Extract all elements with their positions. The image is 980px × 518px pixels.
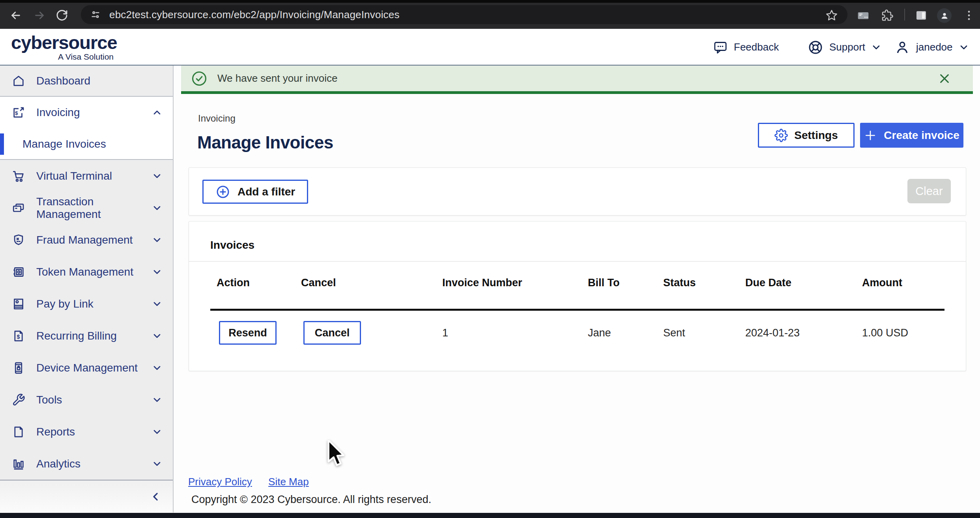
app-header: cybersource A Visa Solution Feedback Sup…: [0, 29, 980, 66]
chevron-down-icon: [958, 42, 969, 53]
user-menu[interactable]: janedoe: [894, 29, 969, 66]
copyright-text: Copyright © 2023 Cybersource. All rights…: [191, 494, 431, 506]
column-header-status: Status: [663, 277, 745, 289]
privacy-policy-link[interactable]: Privacy Policy: [188, 476, 252, 488]
invoices-table-header: Action Cancel Invoice Number Bill To Sta…: [210, 277, 944, 311]
cart-icon: [12, 169, 25, 183]
sidebar-item-virtual-terminal[interactable]: Virtual Terminal: [0, 160, 173, 192]
breadcrumb: Invoicing: [198, 113, 236, 124]
user-icon: [894, 39, 911, 56]
bill-to-cell: Jane: [588, 327, 663, 339]
browser-menu-kebab-icon[interactable]: [963, 9, 975, 22]
plus-icon: [864, 129, 877, 142]
screen: ebc2test.cybersource.com/ebc2/app/Invoic…: [0, 0, 980, 518]
support-menu[interactable]: Support: [807, 29, 882, 66]
column-header-due-date: Due Date: [745, 277, 862, 289]
banner-message: We have sent your invoice: [217, 72, 337, 84]
sidebar-item-transaction-management[interactable]: Transaction Management: [0, 192, 173, 224]
amount-cell: 1.00 USD: [862, 327, 944, 339]
logo-subtitle: A Visa Solution: [11, 52, 114, 62]
site-info-icon[interactable]: [90, 9, 101, 21]
sidebar-item-recurring-billing[interactable]: $ Recurring Billing: [0, 320, 173, 352]
cards-icon: [12, 201, 25, 215]
svg-text:$: $: [17, 333, 20, 340]
sidebar-item-tools[interactable]: Tools: [0, 384, 173, 416]
site-map-link[interactable]: Site Map: [268, 476, 309, 488]
vault-icon: [12, 265, 25, 279]
sidebar-nav: Dashboard $ Invoicing Manage Invoices Vi…: [0, 66, 174, 512]
bottom-edge-bar: [0, 513, 980, 518]
sidebar-item-token-management[interactable]: Token Management: [0, 256, 173, 288]
life-buoy-icon: [807, 39, 824, 56]
sidebar-item-device-management[interactable]: Device Management: [0, 352, 173, 384]
bookmark-star-icon[interactable]: [825, 9, 838, 22]
home-icon: [12, 74, 25, 88]
selected-indicator: [0, 133, 4, 155]
page-title: Manage Invoices: [197, 133, 333, 152]
check-circle-icon: [191, 70, 208, 87]
autofill-card-icon[interactable]: [857, 9, 870, 22]
create-invoice-label: Create invoice: [884, 129, 959, 142]
sidebar-item-invoicing[interactable]: $ Invoicing: [0, 97, 173, 128]
window-top-strip: [0, 0, 980, 3]
url-text: ebc2test.cybersource.com/ebc2/app/Invoic…: [109, 9, 400, 21]
mouse-cursor: [325, 440, 346, 468]
svg-text:$: $: [15, 110, 18, 116]
plus-circle-icon: [215, 184, 230, 199]
settings-label: Settings: [794, 129, 838, 142]
invoices-panel: Invoices Action Cancel Invoice Number Bi…: [189, 221, 966, 371]
invoice-number-link[interactable]: 1: [442, 327, 588, 339]
resend-button[interactable]: Resend: [219, 321, 277, 345]
due-date-cell: 2024-01-23: [745, 327, 862, 339]
collapse-sidebar-icon[interactable]: [150, 491, 162, 503]
chevron-down-icon: [151, 203, 163, 214]
toolbar-divider: [904, 9, 905, 21]
chevron-down-icon: [871, 42, 882, 53]
sidebar-item-fraud-management[interactable]: Fraud Management: [0, 224, 173, 256]
feedback-bubble-icon: [713, 39, 728, 55]
forward-icon[interactable]: [33, 9, 46, 22]
chevron-up-icon: [151, 107, 163, 118]
create-invoice-button[interactable]: Create invoice: [860, 123, 963, 148]
add-filter-label: Add a filter: [238, 186, 295, 198]
footer-links: Privacy Policy Site Map: [188, 476, 322, 488]
chevron-down-icon: [151, 171, 163, 182]
invoices-section-title: Invoices: [210, 239, 254, 251]
sidebar-item-reports[interactable]: Reports: [0, 416, 173, 448]
pay-link-icon: [12, 297, 25, 311]
browser-profile-avatar[interactable]: [937, 8, 952, 23]
billing-doc-icon: $: [12, 329, 25, 343]
shield-icon: [12, 233, 25, 247]
chevron-down-icon: [151, 235, 163, 246]
device-icon: [12, 361, 25, 375]
banner-close-icon[interactable]: [938, 72, 951, 85]
chevron-down-icon: [151, 426, 163, 437]
sidebar-item-manage-invoices[interactable]: Manage Invoices: [0, 128, 173, 160]
cancel-button[interactable]: Cancel: [303, 321, 361, 345]
cybersource-logo: cybersource A Visa Solution: [11, 34, 114, 62]
success-banner: We have sent your invoice: [181, 66, 973, 94]
extensions-puzzle-icon[interactable]: [881, 9, 894, 22]
invoice-table-row: Resend Cancel 1 Jane Sent 2024-01-23 1.0…: [210, 309, 944, 357]
address-bar[interactable]: ebc2test.cybersource.com/ebc2/app/Invoic…: [81, 5, 847, 24]
back-icon[interactable]: [9, 9, 22, 22]
sidebar-item-dashboard[interactable]: Dashboard: [0, 66, 173, 97]
chevron-down-icon: [151, 267, 163, 278]
side-panel-icon[interactable]: [915, 9, 928, 22]
clear-filter-button[interactable]: Clear: [907, 179, 951, 203]
sidebar-item-pay-by-link[interactable]: Pay by Link: [0, 288, 173, 320]
section-divider: [189, 261, 966, 262]
analytics-icon: [12, 457, 25, 471]
sidebar-footer: [0, 480, 173, 512]
sidebar-item-analytics[interactable]: Analytics: [0, 448, 173, 480]
browser-toolbar: ebc2test.cybersource.com/ebc2/app/Invoic…: [0, 0, 980, 29]
refresh-icon[interactable]: [56, 9, 68, 22]
logo-wordmark: cybersource: [11, 34, 114, 52]
chevron-down-icon: [151, 394, 163, 405]
support-label: Support: [829, 41, 865, 53]
wrench-icon: [12, 393, 25, 407]
add-filter-button[interactable]: Add a filter: [202, 180, 308, 204]
settings-button[interactable]: Settings: [758, 123, 855, 148]
column-header-invoice-number: Invoice Number: [442, 277, 588, 289]
feedback-button[interactable]: Feedback: [713, 29, 779, 66]
